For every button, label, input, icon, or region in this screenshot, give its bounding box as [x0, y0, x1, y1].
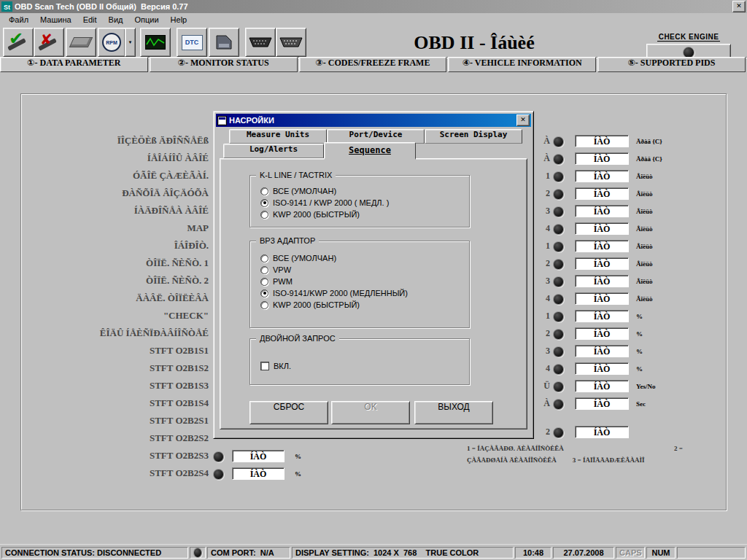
menu-item[interactable]: Файл [3, 15, 34, 25]
statusbar-filler [677, 547, 746, 559]
radio-option-row[interactable]: ВСЕ (УМОЛЧАН) [260, 186, 336, 196]
param-unit: % [295, 470, 301, 478]
radio-option-row[interactable]: KWP 2000 (БЫСТРЫЙ) [260, 209, 360, 219]
param-label: ÏÎÇÈÖÈß ÄÐÎÑÑÅËß [18, 135, 209, 147]
param-label-fragment: À [540, 136, 550, 147]
menu-item[interactable]: Edit [77, 15, 103, 25]
reset-button[interactable]: СБРОС [249, 401, 328, 424]
param-led-icon [553, 311, 564, 322]
rpm-dropdown-button[interactable]: ▼ [125, 28, 136, 57]
clear-button[interactable] [66, 28, 96, 57]
radio-icon[interactable] [260, 211, 268, 219]
param-row: 3ÍÀÒÂîëüò [540, 205, 747, 218]
param-value-field: ÍÀÒ [575, 397, 629, 410]
radio-option-row[interactable]: ISO-9141 / KWP 2000 ( МЕДЛ. ) [260, 198, 389, 208]
enable-checkbox-row[interactable]: ВКЛ. [260, 361, 291, 371]
radio-label: KWP 2000 (БЫСТРЫЙ) [273, 210, 360, 219]
param-value-field: ÍÀÒ [232, 450, 285, 462]
param-unit: % [636, 365, 643, 373]
clock: 10:48 [515, 547, 551, 559]
graph-button[interactable] [140, 28, 171, 57]
menu-item[interactable]: Опции [129, 15, 165, 25]
param-label: MAP [18, 222, 209, 234]
param-value-field: ÍÀÒ [575, 275, 629, 287]
param-unit: Sec [636, 400, 646, 408]
param-label: ÍÅÎÁÍÎÛ ÀÂÎÉ [18, 152, 209, 164]
app-icon: St [1, 1, 12, 12]
radio-icon[interactable] [260, 199, 268, 207]
dialog-tab[interactable]: Screen Display [425, 129, 522, 144]
checkbox-icon[interactable] [260, 362, 269, 370]
main-tab[interactable]: ⑤- SUPPORTED PIDS [597, 57, 746, 72]
param-led-icon [553, 189, 564, 200]
menubar: ФайлМашинаEditВидОпцииHelp [0, 13, 747, 26]
param-led-icon [553, 294, 564, 305]
disconnect-button[interactable]: ✘ [34, 28, 64, 57]
dtc-button[interactable]: DTC [177, 28, 207, 57]
param-label: STFT O2B1S1 [18, 345, 209, 357]
radio-option-row[interactable]: PWM [260, 276, 293, 287]
radio-option-row[interactable]: ВСЕ (УМОЛЧАН) [260, 253, 336, 263]
main-tab[interactable]: ④- VEHICLE INFORMATION [448, 57, 596, 72]
ok-button[interactable]: OK [331, 401, 410, 424]
connect-button[interactable]: ✔ [3, 28, 34, 57]
main-tab[interactable]: ①- DATA PARAMETER [0, 57, 148, 72]
memory-card-button[interactable] [209, 28, 239, 57]
rpm-button[interactable]: RPM [98, 28, 125, 57]
exit-button[interactable]: ВЫХОД [414, 401, 493, 424]
settings-dialog: НАСРОЙКИ ✕ Measure UnitsPort/DeviceScree… [213, 111, 534, 439]
param-led-icon [553, 276, 564, 287]
radio-icon[interactable] [260, 301, 268, 309]
param-unit: Ãðàä {C} [636, 138, 662, 145]
param-label-fragment: 3 [540, 206, 550, 217]
main-tab[interactable]: ②- MONITOR STATUS [150, 57, 298, 72]
param-label: STFT O2B2S4 [18, 467, 209, 479]
radio-icon[interactable] [260, 254, 268, 262]
com-port-status: COM PORT: N/A [207, 547, 290, 559]
menu-item[interactable]: Help [165, 15, 193, 25]
radio-icon[interactable] [260, 289, 268, 298]
main-tab[interactable]: ③- CODES/FREEZE FRAME [299, 57, 447, 72]
close-icon[interactable]: ✕ [732, 1, 746, 12]
param-label-fragment: 2 [540, 258, 550, 269]
checkbox-label: ВКЛ. [274, 362, 291, 370]
param-label-fragment: 1 [540, 311, 550, 322]
param-row: 1ÍÀÒ% [540, 310, 747, 323]
radio-icon[interactable] [260, 266, 268, 274]
radio-option-row[interactable]: VPW [260, 265, 291, 275]
menu-item[interactable]: Вид [103, 15, 129, 25]
param-unit: Âîëüò [636, 295, 653, 303]
param-label: ÊÎÄÛ ÍÅÈÑÏÐÀÂÍÎÑÒÅÉ [18, 327, 209, 339]
param-label-fragment: 1 [540, 241, 550, 252]
num-indicator: NUM [646, 547, 676, 559]
legend-line2-right: 3 = ÍÅÏÎÄÄÅÐÆÈÂÀÅÌÎ [573, 456, 645, 464]
param-label-fragment: 4 [540, 363, 550, 374]
connector1-button[interactable] [245, 28, 276, 57]
radio-icon[interactable] [260, 278, 268, 286]
dialog-tab[interactable]: Port/Device [327, 129, 425, 144]
param-led-icon [553, 206, 564, 217]
param-led-icon [553, 241, 564, 252]
disconnect-cross-icon: ✘ [40, 31, 53, 48]
svg-text:St: St [4, 4, 10, 11]
dialog-tab[interactable]: Sequence [324, 142, 416, 160]
param-unit: % [636, 330, 643, 338]
param-value-field: ÍÀÒ [575, 362, 629, 375]
monitor-status-legend: 1 = ÍÅÇÀÂÅÐØ. ÄÈÀÃÍÎÑÒÈÊÀ2 = ÇÀÂÅÐØÅÍÀ Ä… [467, 445, 683, 464]
param-value-field: ÍÀÒ [575, 257, 629, 270]
param-row: ÀÍÀÒÃðàä {C} [540, 135, 747, 148]
connector2-button[interactable] [276, 28, 306, 57]
radio-option-row[interactable]: ISO-9141/KWP 2000 (МЕДЛЕННЫЙ) [260, 288, 408, 298]
param-row: ÀÍÀÒÃðàä {C} [540, 152, 747, 166]
param-label: ÒÎÏË. ÑÈÑÒ. 1 [18, 257, 209, 269]
connection-status: CONNECTION STATUS: DISCONNECTED [1, 547, 188, 559]
dialog-close-icon[interactable]: ✕ [516, 114, 530, 126]
dialog-tab[interactable]: Log/Alerts [223, 144, 324, 158]
param-value-field: ÍÀÒ [232, 467, 285, 480]
param-value-field: ÍÀÒ [575, 170, 629, 182]
menu-item[interactable]: Машина [34, 15, 77, 25]
radio-icon[interactable] [260, 187, 268, 195]
param-unit: % [636, 348, 643, 355]
radio-option-row[interactable]: KWP 2000 (БЫСТРЫЙ) [260, 300, 360, 310]
dialog-tab[interactable]: Measure Units [229, 129, 327, 144]
